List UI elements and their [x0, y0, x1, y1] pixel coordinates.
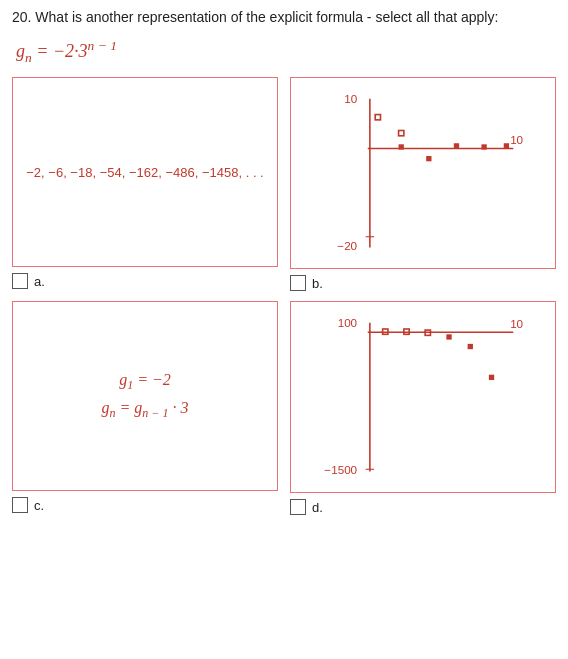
option-c-checkbox[interactable] — [12, 497, 28, 513]
main-formula: gn = −2·3n − 1 — [16, 38, 556, 66]
option-b-box: 10 −20 10 — [290, 77, 556, 269]
option-d-letter: d. — [312, 500, 323, 515]
d-point-4 — [446, 335, 451, 340]
question-text: 20. — [12, 9, 31, 25]
b-point-1 — [399, 145, 404, 150]
option-c-letter: c. — [34, 498, 44, 513]
b-point-4 — [481, 145, 486, 150]
option-d-graph: 100 −1500 10 — [301, 312, 545, 482]
question-body: What is another representation of the ex… — [35, 9, 498, 25]
option-c-box: g1 = −2 gn = gn − 1 · 3 — [12, 301, 278, 491]
option-c-line1: g1 = −2 — [102, 371, 189, 393]
b-point-2nd — [399, 131, 404, 136]
option-c-line2: gn = gn − 1 · 3 — [102, 399, 189, 421]
option-b-block: 10 −20 10 — [290, 77, 556, 291]
option-b-checkbox[interactable] — [290, 275, 306, 291]
d-x-label: 10 — [510, 317, 523, 330]
option-b-label-row: b. — [290, 275, 556, 291]
option-a-checkbox[interactable] — [12, 273, 28, 289]
option-b-svg: 10 −20 10 — [301, 88, 545, 258]
options-grid: −2, −6, −18, −54, −162, −486, −1458, . .… — [12, 77, 556, 515]
option-d-checkbox[interactable] — [290, 499, 306, 515]
b-point-top — [375, 115, 380, 120]
option-a-box: −2, −6, −18, −54, −162, −486, −1458, . .… — [12, 77, 278, 267]
option-c-formula: g1 = −2 gn = gn − 1 · 3 — [102, 365, 189, 427]
b-point-3 — [454, 143, 459, 148]
d-point-5 — [468, 344, 473, 349]
d-point-6 — [489, 375, 494, 380]
b-point-2 — [426, 156, 431, 161]
option-d-block: 100 −1500 10 — [290, 301, 556, 515]
option-d-label-row: d. — [290, 499, 556, 515]
option-b-letter: b. — [312, 276, 323, 291]
option-b-graph: 10 −20 10 — [301, 88, 545, 258]
d-y-top-label: 100 — [338, 316, 358, 329]
option-a-block: −2, −6, −18, −54, −162, −486, −1458, . .… — [12, 77, 278, 291]
b-y-top-label: 10 — [344, 92, 357, 105]
b-y-bottom-label: −20 — [337, 239, 357, 252]
option-c-label-row: c. — [12, 497, 278, 513]
d-y-bottom-label: −1500 — [324, 463, 357, 476]
option-d-svg: 100 −1500 10 — [301, 312, 545, 482]
option-d-box: 100 −1500 10 — [290, 301, 556, 493]
option-a-sequence: −2, −6, −18, −54, −162, −486, −1458, . .… — [26, 165, 263, 180]
question-header: 20. What is another representation of th… — [12, 8, 556, 28]
option-a-letter: a. — [34, 274, 45, 289]
option-a-label-row: a. — [12, 273, 278, 289]
option-c-block: g1 = −2 gn = gn − 1 · 3 c. — [12, 301, 278, 515]
b-x-label: 10 — [510, 134, 523, 147]
b-point-5 — [504, 143, 509, 148]
